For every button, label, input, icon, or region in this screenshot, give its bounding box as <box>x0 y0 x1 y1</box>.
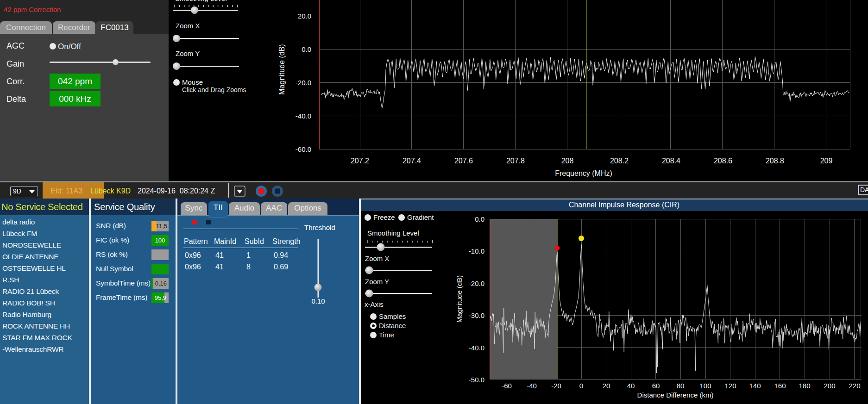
svg-text:Zoom Y: Zoom Y <box>365 278 389 286</box>
svg-text:Mouse: Mouse <box>182 78 203 86</box>
svg-text:Zoom X: Zoom X <box>176 22 200 30</box>
svg-text:Samples: Samples <box>379 312 406 320</box>
svg-text:Freeze: Freeze <box>373 213 395 221</box>
svg-text:Distance: Distance <box>379 322 406 329</box>
svg-text:Gradient: Gradient <box>407 213 434 221</box>
svg-text:Smoothing Level: Smoothing Level <box>367 229 419 237</box>
svg-text:Zoom Y: Zoom Y <box>176 50 200 57</box>
svg-text:Click and Drag Zooms: Click and Drag Zooms <box>182 86 246 93</box>
svg-text:Zoom X: Zoom X <box>365 255 390 262</box>
svg-text:x-Axis: x-Axis <box>365 300 384 308</box>
svg-text:Time: Time <box>379 331 394 339</box>
